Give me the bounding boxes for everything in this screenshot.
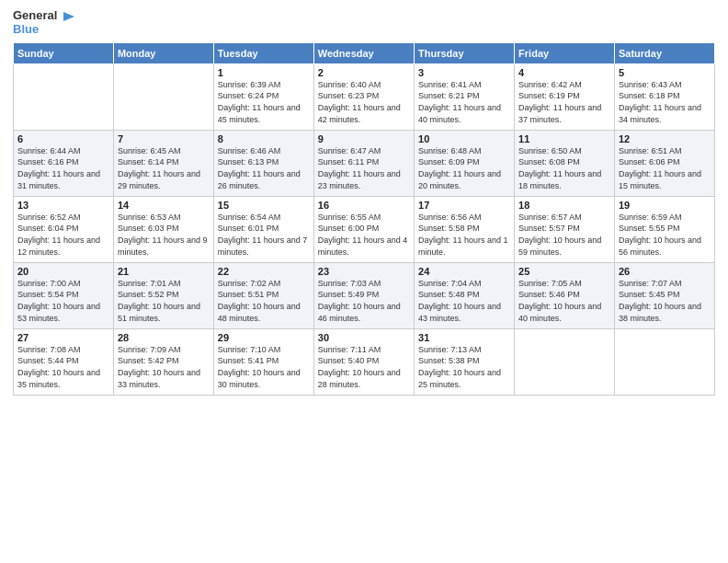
cell-w3-d4: 16Sunrise: 6:55 AM Sunset: 6:00 PM Dayli… <box>313 196 414 262</box>
day-number: 31 <box>418 332 510 343</box>
day-number: 15 <box>218 200 310 211</box>
calendar-table: SundayMondayTuesdayWednesdayThursdayFrid… <box>13 42 715 396</box>
day-info: Sunrise: 7:04 AM Sunset: 5:48 PM Dayligh… <box>418 278 510 324</box>
day-number: 16 <box>318 200 410 211</box>
day-number: 27 <box>17 332 109 343</box>
day-info: Sunrise: 7:13 AM Sunset: 5:38 PM Dayligh… <box>418 344 510 390</box>
cell-w4-d3: 22Sunrise: 7:02 AM Sunset: 5:51 PM Dayli… <box>213 262 313 328</box>
cell-w4-d7: 26Sunrise: 7:07 AM Sunset: 5:45 PM Dayli… <box>614 262 714 328</box>
day-info: Sunrise: 6:50 AM Sunset: 6:08 PM Dayligh… <box>518 145 610 191</box>
day-number: 21 <box>118 266 210 277</box>
day-number: 12 <box>619 133 711 144</box>
day-info: Sunrise: 7:00 AM Sunset: 5:54 PM Dayligh… <box>17 278 109 324</box>
day-info: Sunrise: 6:59 AM Sunset: 5:55 PM Dayligh… <box>619 212 711 258</box>
cell-w2-d7: 12Sunrise: 6:51 AM Sunset: 6:06 PM Dayli… <box>614 130 714 196</box>
day-info: Sunrise: 6:44 AM Sunset: 6:16 PM Dayligh… <box>17 145 109 191</box>
day-info: Sunrise: 7:01 AM Sunset: 5:52 PM Dayligh… <box>118 278 210 324</box>
cell-w2-d3: 8Sunrise: 6:46 AM Sunset: 6:13 PM Daylig… <box>213 130 313 196</box>
day-number: 2 <box>318 67 410 78</box>
svg-marker-0 <box>63 12 74 21</box>
page: General Blue SundayMondayTuesdayWednesda… <box>0 0 728 563</box>
day-number: 17 <box>418 200 510 211</box>
day-number: 14 <box>118 200 210 211</box>
week-row-4: 20Sunrise: 7:00 AM Sunset: 5:54 PM Dayli… <box>14 262 715 328</box>
calendar-header-row: SundayMondayTuesdayWednesdayThursdayFrid… <box>14 42 715 63</box>
day-number: 26 <box>619 266 711 277</box>
day-info: Sunrise: 7:05 AM Sunset: 5:46 PM Dayligh… <box>518 278 610 324</box>
cell-w1-d6: 4Sunrise: 6:42 AM Sunset: 6:19 PM Daylig… <box>515 63 615 130</box>
day-info: Sunrise: 6:47 AM Sunset: 6:11 PM Dayligh… <box>318 145 410 191</box>
week-row-5: 27Sunrise: 7:08 AM Sunset: 5:44 PM Dayli… <box>14 328 715 395</box>
cell-w5-d2: 28Sunrise: 7:09 AM Sunset: 5:42 PM Dayli… <box>113 328 213 395</box>
cell-w4-d2: 21Sunrise: 7:01 AM Sunset: 5:52 PM Dayli… <box>113 262 213 328</box>
cell-w3-d3: 15Sunrise: 6:54 AM Sunset: 6:01 PM Dayli… <box>213 196 313 262</box>
cell-w5-d7 <box>614 328 714 395</box>
day-number: 19 <box>619 200 711 211</box>
day-number: 10 <box>418 133 510 144</box>
day-info: Sunrise: 7:11 AM Sunset: 5:40 PM Dayligh… <box>318 344 410 390</box>
day-number: 24 <box>418 266 510 277</box>
day-info: Sunrise: 6:46 AM Sunset: 6:13 PM Dayligh… <box>218 145 310 191</box>
day-number: 6 <box>17 133 109 144</box>
cell-w2-d6: 11Sunrise: 6:50 AM Sunset: 6:08 PM Dayli… <box>515 130 615 196</box>
cell-w2-d5: 10Sunrise: 6:48 AM Sunset: 6:09 PM Dayli… <box>415 130 515 196</box>
cell-w1-d5: 3Sunrise: 6:41 AM Sunset: 6:21 PM Daylig… <box>415 63 515 130</box>
day-info: Sunrise: 6:48 AM Sunset: 6:09 PM Dayligh… <box>418 145 510 191</box>
header: General Blue <box>13 9 715 37</box>
day-info: Sunrise: 7:08 AM Sunset: 5:44 PM Dayligh… <box>17 344 109 390</box>
cell-w1-d4: 2Sunrise: 6:40 AM Sunset: 6:23 PM Daylig… <box>313 63 414 130</box>
day-info: Sunrise: 6:56 AM Sunset: 5:58 PM Dayligh… <box>418 212 510 258</box>
day-info: Sunrise: 7:10 AM Sunset: 5:41 PM Dayligh… <box>218 344 310 390</box>
day-info: Sunrise: 6:57 AM Sunset: 5:57 PM Dayligh… <box>518 212 610 258</box>
day-number: 18 <box>518 200 610 211</box>
day-info: Sunrise: 6:45 AM Sunset: 6:14 PM Dayligh… <box>118 145 210 191</box>
cell-w4-d4: 23Sunrise: 7:03 AM Sunset: 5:49 PM Dayli… <box>313 262 414 328</box>
day-info: Sunrise: 7:02 AM Sunset: 5:51 PM Dayligh… <box>218 278 310 324</box>
cell-w5-d3: 29Sunrise: 7:10 AM Sunset: 5:41 PM Dayli… <box>213 328 313 395</box>
week-row-1: 1Sunrise: 6:39 AM Sunset: 6:24 PM Daylig… <box>14 63 715 130</box>
cell-w4-d1: 20Sunrise: 7:00 AM Sunset: 5:54 PM Dayli… <box>14 262 114 328</box>
cell-w4-d5: 24Sunrise: 7:04 AM Sunset: 5:48 PM Dayli… <box>415 262 515 328</box>
day-number: 23 <box>318 266 410 277</box>
cell-w1-d7: 5Sunrise: 6:43 AM Sunset: 6:18 PM Daylig… <box>614 63 714 130</box>
week-row-3: 13Sunrise: 6:52 AM Sunset: 6:04 PM Dayli… <box>14 196 715 262</box>
day-number: 4 <box>518 67 610 78</box>
week-row-2: 6Sunrise: 6:44 AM Sunset: 6:16 PM Daylig… <box>14 130 715 196</box>
cell-w5-d5: 31Sunrise: 7:13 AM Sunset: 5:38 PM Dayli… <box>415 328 515 395</box>
cell-w1-d2 <box>113 63 213 130</box>
cell-w1-d1 <box>14 63 114 130</box>
day-number: 8 <box>218 133 310 144</box>
cell-w3-d5: 17Sunrise: 6:56 AM Sunset: 5:58 PM Dayli… <box>415 196 515 262</box>
cell-w2-d2: 7Sunrise: 6:45 AM Sunset: 6:14 PM Daylig… <box>113 130 213 196</box>
day-number: 22 <box>218 266 310 277</box>
day-number: 30 <box>318 332 410 343</box>
cell-w1-d3: 1Sunrise: 6:39 AM Sunset: 6:24 PM Daylig… <box>213 63 313 130</box>
day-number: 5 <box>619 67 711 78</box>
cell-w3-d1: 13Sunrise: 6:52 AM Sunset: 6:04 PM Dayli… <box>14 196 114 262</box>
header-friday: Friday <box>515 42 615 63</box>
day-number: 29 <box>218 332 310 343</box>
header-wednesday: Wednesday <box>313 42 414 63</box>
cell-w3-d2: 14Sunrise: 6:53 AM Sunset: 6:03 PM Dayli… <box>113 196 213 262</box>
cell-w5-d6 <box>515 328 615 395</box>
day-info: Sunrise: 6:52 AM Sunset: 6:04 PM Dayligh… <box>17 212 109 258</box>
cell-w4-d6: 25Sunrise: 7:05 AM Sunset: 5:46 PM Dayli… <box>515 262 615 328</box>
cell-w2-d1: 6Sunrise: 6:44 AM Sunset: 6:16 PM Daylig… <box>14 130 114 196</box>
day-number: 20 <box>17 266 109 277</box>
day-info: Sunrise: 6:53 AM Sunset: 6:03 PM Dayligh… <box>118 212 210 258</box>
cell-w5-d1: 27Sunrise: 7:08 AM Sunset: 5:44 PM Dayli… <box>14 328 114 395</box>
day-number: 13 <box>17 200 109 211</box>
day-info: Sunrise: 7:09 AM Sunset: 5:42 PM Dayligh… <box>118 344 210 390</box>
day-info: Sunrise: 6:39 AM Sunset: 6:24 PM Dayligh… <box>218 79 310 125</box>
day-info: Sunrise: 6:42 AM Sunset: 6:19 PM Dayligh… <box>518 79 610 125</box>
header-tuesday: Tuesday <box>213 42 313 63</box>
day-number: 25 <box>518 266 610 277</box>
cell-w3-d7: 19Sunrise: 6:59 AM Sunset: 5:55 PM Dayli… <box>614 196 714 262</box>
day-number: 7 <box>118 133 210 144</box>
day-number: 1 <box>218 67 310 78</box>
day-info: Sunrise: 6:51 AM Sunset: 6:06 PM Dayligh… <box>619 145 711 191</box>
cell-w5-d4: 30Sunrise: 7:11 AM Sunset: 5:40 PM Dayli… <box>313 328 414 395</box>
header-sunday: Sunday <box>14 42 114 63</box>
day-info: Sunrise: 6:54 AM Sunset: 6:01 PM Dayligh… <box>218 212 310 258</box>
day-info: Sunrise: 6:43 AM Sunset: 6:18 PM Dayligh… <box>619 79 711 125</box>
